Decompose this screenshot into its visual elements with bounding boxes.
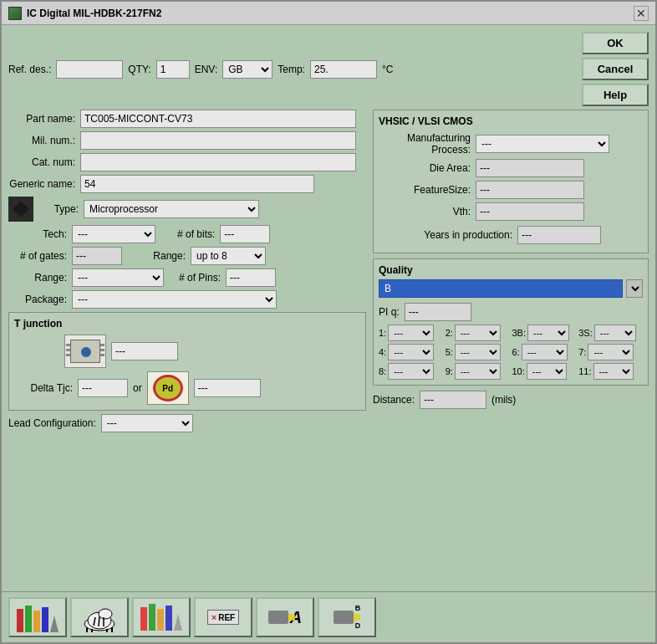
qty-input[interactable] [156,60,190,79]
pi-q-input[interactable] [405,303,471,321]
type-icon [8,197,33,222]
cancel-button[interactable]: Cancel [582,58,649,80]
mil-num-label: Mil. num.: [8,135,75,146]
t-junction-box: T junction [8,312,366,411]
temp-unit: °C [382,64,393,75]
pi-item-10: 10: --- [512,363,577,380]
pi-3s-select[interactable]: --- [594,325,636,341]
pi-11-select[interactable]: --- [593,363,634,380]
pi-item-5: 5: --- [446,344,510,360]
t-junction-row1 [14,335,360,368]
delta-value2-input[interactable] [194,379,261,397]
gates-input[interactable] [72,247,122,265]
cat-num-row: Cat. num: [8,153,366,171]
mfg-select[interactable]: --- [476,135,609,153]
mil-num-row: Mil. num.: [8,131,366,150]
pi-9-select[interactable]: --- [455,363,501,380]
distance-row: Distance: (mils) [373,391,649,409]
die-input[interactable] [476,159,584,177]
type-label: Type: [42,203,79,215]
mil-num-input[interactable] [80,131,356,150]
range-pins-row: Range: --- # of Pins: [8,268,366,287]
left-column: Part name: Mil. num.: Cat. num: Generic … [8,110,366,585]
ref-des-input[interactable] [56,60,123,79]
pins-input[interactable] [226,268,276,287]
part-name-input[interactable] [80,110,356,128]
type-row: Type: Microprocessor Gate/Logic Memory [8,197,366,222]
toolbar-btn-6[interactable]: B C D [318,597,376,637]
pi-4-select[interactable]: --- [388,344,434,360]
toolbar-btn-3[interactable] [132,597,191,637]
chip-icon2: Pd [147,371,189,405]
pi-item-3b: 3B: --- [512,325,577,341]
years-input[interactable] [517,226,601,244]
mfg-process-row: Manufacturing Process: --- [379,132,643,156]
vth-input[interactable] [476,202,584,221]
title-bar: IC Digital MIL-HDBK-217FN2 ✕ [2,2,655,25]
ok-button[interactable]: OK [582,32,649,54]
distance-input[interactable] [420,391,486,409]
pi-item-7: 7: --- [578,344,643,360]
pi-3b-select[interactable]: --- [527,325,569,341]
cat-num-input[interactable] [80,153,356,171]
pi-5-select[interactable]: --- [455,344,501,360]
generic-name-label: Generic name: [8,178,75,190]
env-select[interactable]: GB GF GM [222,60,272,79]
die-label: Die Area: [379,162,471,174]
years-row: Years in production: [379,226,643,244]
chip-icon1 [64,335,106,368]
form-area: Part name: Mil. num.: Cat. num: Generic … [8,110,649,585]
tech-select[interactable]: --- [72,225,155,243]
pi-1-select[interactable]: --- [388,325,434,341]
generic-name-row: Generic name: [8,175,366,193]
pi-q-row: PI q: [379,303,643,321]
qty-label: QTY: [128,64,150,75]
range-select[interactable]: up to 8 up to 16 up to 32 [191,247,266,265]
pi-item-6: 6: --- [512,344,577,360]
pi-item-11: 11: --- [578,363,643,380]
toolbar-btn-5[interactable]: A [256,597,314,637]
range2-select[interactable]: --- [72,268,164,287]
pi-item-4: 4: --- [379,344,443,360]
pi-7-select[interactable]: --- [588,344,634,360]
toolbar-btn-4[interactable]: × REF [194,597,252,637]
close-button[interactable]: ✕ [634,6,649,21]
lead-config-select[interactable]: --- [101,414,193,432]
pi-8-label: 8: [379,366,386,376]
type-select[interactable]: Microprocessor Gate/Logic Memory [84,200,259,218]
generic-name-input[interactable] [80,175,314,193]
delta-value1-input[interactable] [111,342,178,360]
delta-tjc-input[interactable] [78,379,128,397]
pi-8-select[interactable]: --- [388,363,434,380]
pi-5-label: 5: [446,347,453,357]
toolbar-btn-2[interactable] [70,597,129,637]
svg-point-2 [99,609,112,619]
pi-4-label: 4: [379,347,386,357]
main-window: IC Digital MIL-HDBK-217FN2 ✕ Ref. des.: … [0,0,657,644]
env-label: ENV: [195,64,218,75]
quality-select-row: B B B-1 C [379,279,643,298]
lead-config-label: Lead Configuration: [8,417,96,429]
temp-input[interactable] [310,60,377,79]
action-buttons: OK Cancel Help [582,32,649,106]
help-button[interactable]: Help [582,84,649,106]
toolbar-btn-1[interactable] [8,597,67,637]
bits-label: # of bits: [177,228,215,240]
quality-value[interactable]: B [379,279,623,298]
mfg-label: Manufacturing Process: [379,132,471,156]
pi-10-select[interactable]: --- [527,363,567,380]
part-name-row: Part name: [8,110,366,128]
pi-6-label: 6: [512,347,520,357]
pi-2-select[interactable]: --- [455,325,501,341]
vhsic-title: VHSIC / VLSI CMOS [379,115,643,127]
pi-6-select[interactable]: --- [522,344,568,360]
pi-item-9: 9: --- [446,363,510,380]
right-column: VHSIC / VLSI CMOS Manufacturing Process:… [373,110,649,585]
feature-input[interactable] [476,181,584,199]
bits-input[interactable] [220,225,270,243]
quality-dropdown[interactable]: B B-1 C [626,279,643,298]
vth-label: Vth: [379,206,471,217]
vhsic-box: VHSIC / VLSI CMOS Manufacturing Process:… [373,110,649,253]
package-select[interactable]: --- [72,290,277,309]
package-row: Package: --- [8,290,366,309]
